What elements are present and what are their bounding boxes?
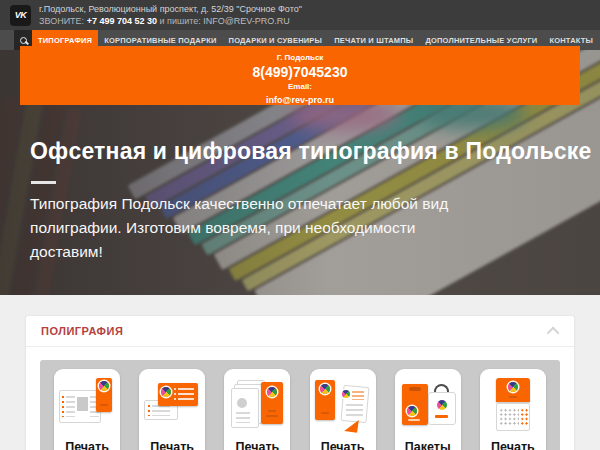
contact-phone[interactable]: 8(499)7045230 [20,64,580,80]
company-address: г.Подольск, Революционный проспект, д. 5… [39,3,302,15]
product-label: Печать [480,440,546,450]
topbar: г.Подольск, Революционный проспект, д. 5… [0,0,600,30]
product-tile-letterhead[interactable]: Печать [54,369,120,450]
business-cards-icon [144,378,200,434]
write-label: и пишите: [159,16,200,26]
call-label: ЗВОНИТЕ: [39,16,84,26]
brochure-icon [315,378,371,434]
polygraphy-title: ПОЛИГРАФИЯ [41,325,123,337]
hero-subtitle: Типография Подольск качественно отпечата… [30,192,475,264]
contact-email-label: Email: [20,82,580,91]
topbar-phone[interactable]: +7 499 704 52 30 [87,16,157,26]
product-tile-paper-stack[interactable]: Печать [224,369,290,450]
topbar-email-link[interactable]: INFO@REV-PRO.RU [203,16,290,26]
search-icon [20,37,27,44]
polygraphy-section: ПОЛИГРАФИЯ Печать [25,315,575,450]
chevron-up-icon[interactable] [547,326,560,339]
product-label: Печать [139,440,205,450]
topbar-contacts: ЗВОНИТЕ: +7 499 704 52 30 и пишите: INFO… [39,15,302,27]
calendar-icon [485,378,541,434]
contact-email-link[interactable]: info@rev-pro.ru [20,95,580,105]
paper-stack-icon [229,378,285,434]
product-tile-business-cards[interactable]: Печать [139,369,205,450]
page-title: Офсетная и цифровая типография в Подольс… [30,138,592,165]
product-label: Печать [54,440,120,450]
topbar-text: г.Подольск, Революционный проспект, д. 5… [39,3,302,27]
product-strip: Печать Печать [40,360,560,450]
vk-icon[interactable] [10,5,31,26]
title-divider [31,181,56,184]
product-label: Пакеты [395,440,461,450]
contact-panel: Г. Подольск 8(499)7045230 Email: info@re… [20,46,580,105]
contact-city: Г. Подольск [20,46,580,62]
letterhead-print-icon [59,378,115,434]
product-label: Печать [224,440,290,450]
product-tile-bags[interactable]: Пакеты [395,369,461,450]
product-label: Печать [310,440,376,450]
product-tile-calendar[interactable]: Печать [480,369,546,450]
product-tile-brochure[interactable]: Печать [310,369,376,450]
bags-icon [400,378,456,434]
polygraphy-header[interactable]: ПОЛИГРАФИЯ [26,316,574,347]
